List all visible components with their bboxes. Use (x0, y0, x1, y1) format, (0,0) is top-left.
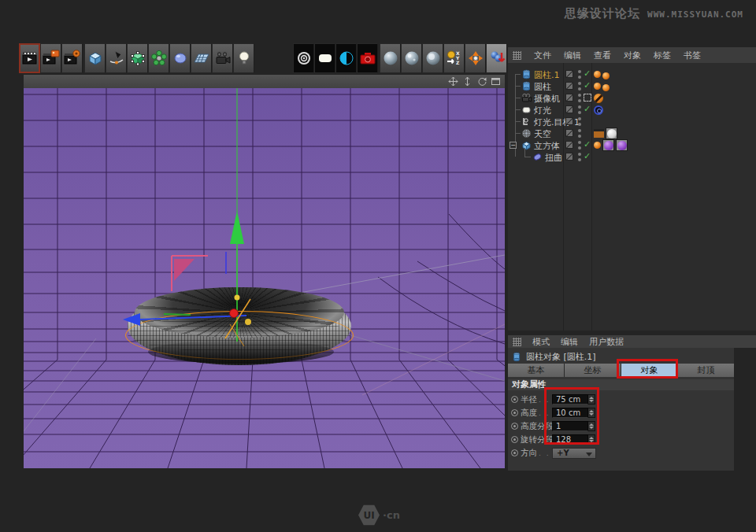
keyframe-circle-icon[interactable] (511, 436, 518, 443)
tab-caps[interactable]: 封顶 (678, 364, 734, 377)
freehand-spline-button[interactable] (106, 43, 127, 73)
move-axis-tool-button[interactable] (486, 43, 507, 73)
enable-check-icon[interactable]: ✓ (584, 139, 591, 150)
visibility-dots[interactable] (578, 94, 581, 102)
enable-check-icon[interactable]: ✓ (584, 104, 591, 114)
visibility-dots[interactable] (578, 141, 581, 150)
material-thumbnail-white[interactable] (606, 127, 617, 139)
render-to-picture-viewer-button[interactable] (40, 43, 61, 73)
object-properties-header[interactable]: 对象属性 (508, 379, 734, 390)
visibility-dots[interactable] (578, 70, 581, 79)
metaball-object-button[interactable] (169, 43, 191, 73)
layer-swatch[interactable] (565, 70, 573, 78)
material-sphere-plain-button[interactable] (380, 43, 401, 73)
camera-active-toggle[interactable] (584, 94, 591, 102)
layer-swatch[interactable] (565, 94, 573, 102)
phong-tag-icon[interactable] (602, 84, 610, 91)
tree-row-cube[interactable]: − 立方体 ✓ (508, 139, 756, 151)
render-view-button[interactable] (19, 43, 40, 73)
snap-settings-button[interactable] (465, 43, 486, 73)
visibility-dots[interactable] (578, 105, 581, 114)
viewport-maximize-icon[interactable] (490, 76, 502, 87)
enable-check-icon[interactable]: ✓ (584, 151, 591, 161)
object-name[interactable]: 圆柱.1 (534, 69, 560, 81)
tree-row-cylinder-1[interactable]: 圆柱.1 ✓ (508, 68, 756, 80)
layer-swatch[interactable] (565, 129, 573, 137)
tab-basic[interactable]: 基本 (508, 364, 564, 377)
display-contrast-button[interactable] (335, 43, 357, 73)
keyframe-circle-icon[interactable] (511, 409, 518, 416)
tree-row-camera[interactable]: 摄像机 (508, 92, 756, 104)
om-menu-view[interactable]: 查看 (594, 50, 611, 61)
camera-object-button[interactable] (212, 43, 233, 73)
object-name[interactable]: 圆柱 (534, 81, 551, 93)
render-region-button[interactable] (357, 43, 378, 73)
expand-toggle[interactable]: − (510, 142, 517, 149)
material-sphere-light-icon (424, 50, 442, 67)
tree-row-bend[interactable]: 扭曲 ✓ (508, 151, 756, 163)
visibility-dots[interactable] (578, 129, 581, 138)
annotation-box-object-tab (617, 359, 678, 379)
layer-swatch[interactable] (565, 141, 573, 149)
light-object-button[interactable] (233, 43, 254, 73)
orientation-property-row: 方向. . +Y (508, 447, 734, 459)
tree-row-cylinder[interactable]: 圆柱 ✓ (508, 80, 756, 92)
material-thumbnail-purple[interactable] (616, 139, 628, 151)
keyframe-circle-icon[interactable] (511, 423, 518, 430)
am-menu-edit[interactable]: 编辑 (561, 336, 578, 348)
material-thumbnail-purple[interactable] (602, 139, 614, 151)
layer-swatch[interactable] (565, 117, 573, 125)
object-name[interactable]: 天空 (534, 128, 551, 140)
layer-swatch[interactable] (565, 82, 573, 90)
array-object-button[interactable] (148, 43, 169, 73)
om-menu-tags[interactable]: 标签 (654, 50, 671, 61)
panel-grip-icon[interactable] (513, 51, 521, 60)
phong-tag-icon[interactable] (594, 71, 601, 78)
am-menu-mode[interactable]: 模式 (532, 336, 550, 348)
viewport-3d[interactable] (24, 88, 505, 468)
object-name[interactable]: 摄像机 (534, 93, 560, 105)
om-menu-edit[interactable]: 编辑 (564, 50, 581, 61)
red-camera-icon (359, 50, 376, 67)
phong-tag-icon[interactable] (594, 83, 601, 90)
floor-object-button[interactable] (191, 43, 212, 73)
protection-tag-icon[interactable] (594, 94, 603, 103)
tree-row-light[interactable]: 灯光 ✓ (508, 104, 756, 116)
edit-render-settings-button[interactable] (61, 43, 83, 73)
viewport-pan-icon[interactable] (447, 76, 459, 87)
cube-primitive-button[interactable] (84, 43, 106, 73)
viewport-rotate-icon[interactable] (476, 76, 487, 87)
material-sphere-glass-button[interactable] (401, 43, 422, 73)
visibility-dots[interactable] (578, 117, 581, 126)
viewport-dolly-icon[interactable] (461, 76, 473, 87)
compositing-tag-icon[interactable] (594, 129, 604, 138)
coordinates-manager-button[interactable]: XYZ (443, 43, 465, 73)
panel-grip-icon[interactable] (513, 338, 521, 346)
keyframe-circle-icon[interactable] (511, 396, 518, 403)
om-menu-bookmarks[interactable]: 书签 (684, 50, 701, 61)
orientation-dropdown[interactable]: +Y (552, 448, 596, 459)
phong-tag-icon[interactable] (594, 142, 601, 149)
phong-tag-icon[interactable] (602, 72, 610, 79)
enable-check-icon[interactable]: ✓ (584, 68, 591, 79)
om-menu-object[interactable]: 对象 (624, 50, 641, 61)
display-target-button[interactable] (293, 43, 314, 73)
om-menu-file[interactable]: 文件 (534, 50, 551, 61)
visibility-dots[interactable] (578, 82, 581, 91)
am-menu-userdata[interactable]: 用户数据 (589, 336, 624, 348)
keyframe-circle-icon[interactable] (511, 449, 518, 456)
tree-row-sky[interactable]: 天空 (508, 127, 756, 139)
enable-check-icon[interactable]: ✓ (584, 80, 591, 91)
tab-coordinates[interactable]: 坐标 (565, 364, 621, 377)
layer-swatch[interactable] (565, 105, 573, 113)
material-sphere-light-button[interactable] (422, 43, 443, 73)
layer-swatch[interactable] (565, 153, 573, 161)
display-filmstrip-button[interactable] (314, 43, 335, 73)
object-name[interactable]: 扭曲 (545, 152, 562, 164)
target-tag-icon[interactable] (594, 105, 603, 115)
object-name[interactable]: 立方体 (534, 140, 560, 152)
tree-row-light-target[interactable]: 灯光.目标.1 (508, 116, 756, 127)
visibility-dots[interactable] (578, 153, 581, 161)
object-name[interactable]: 灯光 (534, 105, 551, 116)
make-editable-button[interactable] (127, 43, 148, 73)
